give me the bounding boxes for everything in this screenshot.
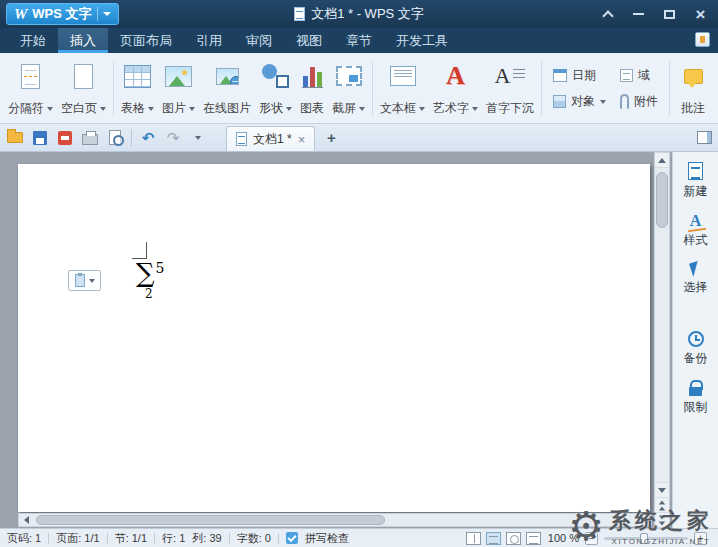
print-button[interactable] [81,128,99,148]
export-pdf-button[interactable] [56,128,74,148]
wordart-icon: A [446,59,465,93]
toolbar-options-button[interactable] [189,128,207,148]
next-page-button[interactable] [655,512,669,527]
wordart-button[interactable]: A 艺术字 [429,56,482,121]
outline-view-button[interactable] [526,532,541,545]
zoom-level[interactable]: 100 % [548,532,579,544]
shapes-button[interactable]: 形状 [255,56,296,121]
paste-options-button[interactable] [68,270,101,291]
vertical-scrollbar[interactable] [654,152,670,528]
text-boundary-corner-mark [132,242,147,259]
zoom-slider-track[interactable] [604,537,688,540]
drop-cap-button[interactable]: A 首字下沉 [482,56,538,121]
styles-icon: A [690,213,702,229]
chevron-down-icon [419,107,425,111]
blank-page-button[interactable]: 空白页 [57,56,110,121]
divider [229,533,230,544]
new-document-icon [688,162,703,180]
tab-review[interactable]: 审阅 [234,28,284,53]
ribbon-tab-bar: 开始 插入 页面布局 引用 审阅 视图 章节 开发工具 [0,28,718,53]
chevron-down-icon [89,279,95,283]
sidebar-item-backup[interactable]: 备份 [684,331,708,367]
tab-view[interactable]: 视图 [284,28,334,53]
close-button[interactable]: × [685,0,716,28]
chart-button[interactable]: 图表 [296,56,328,121]
arrow-down-icon [658,488,666,493]
status-section: 节: 1/1 [115,531,147,546]
web-view-button[interactable] [506,532,521,545]
collapse-ribbon-button[interactable] [592,0,623,28]
sidebar-item-label: 限制 [684,399,708,416]
tab-home[interactable]: 开始 [8,28,58,53]
close-tab-button[interactable]: × [298,133,306,146]
open-file-button[interactable] [6,128,24,148]
select-cursor-icon [689,261,702,277]
online-picture-icon [216,59,239,93]
tab-section[interactable]: 章节 [334,28,384,53]
horizontal-scroll-thumb[interactable] [36,515,385,525]
document-page[interactable]: ∑5 2 [18,164,650,512]
chart-icon [302,59,323,93]
online-picture-button[interactable]: 在线图片 [199,56,255,121]
tab-label: 插入 [70,32,96,50]
sidebar-item-select[interactable]: 选择 [684,262,708,296]
save-button[interactable] [31,128,49,148]
date-button[interactable]: 日期 [553,67,606,84]
tab-references[interactable]: 引用 [184,28,234,53]
zoom-slider-thumb[interactable] [640,533,648,544]
status-line: 行: 1 [162,531,185,546]
horizontal-scrollbar[interactable] [18,513,652,527]
scroll-down-button[interactable] [655,482,669,497]
sidebar-item-restrict[interactable]: 限制 [684,380,708,416]
field-button[interactable]: 域 [620,67,658,84]
vertical-scroll-track[interactable] [655,168,669,482]
picture-button[interactable]: 图片 [158,56,199,121]
vertical-scroll-thumb[interactable] [656,172,668,228]
status-column: 列: 39 [192,531,221,546]
maximize-button[interactable] [654,0,685,28]
screenshot-button[interactable]: 截屏 [328,56,369,121]
undo-button[interactable]: ↶ [139,128,157,148]
tab-page-layout[interactable]: 页面布局 [108,28,184,53]
scroll-up-button[interactable] [655,153,669,168]
skin-icon[interactable] [695,32,710,47]
print-preview-button[interactable] [106,128,124,148]
button-label: 截屏 [332,100,356,117]
tab-insert[interactable]: 插入 [58,28,108,53]
window-title-text: 文档1 * - WPS 文字 [311,5,424,23]
status-word-count[interactable]: 字数: 0 [237,531,271,546]
zoom-in-button[interactable]: + [694,532,707,545]
scroll-left-button[interactable] [19,514,34,526]
double-arrow-down-icon [659,521,665,525]
divider [113,61,114,116]
document-tab[interactable]: 文档1 * × [226,126,315,151]
divider [131,129,132,147]
backup-clock-icon [688,331,704,347]
comment-icon [684,59,703,93]
read-view-button[interactable] [466,532,481,545]
redo-button[interactable]: ↷ [164,128,182,148]
comment-button[interactable]: 批注 [673,56,713,121]
object-button[interactable]: 对象 [553,93,606,110]
new-tab-button[interactable]: + [322,129,340,147]
horizontal-scroll-track[interactable] [34,514,636,526]
attachment-button[interactable]: 附件 [620,93,658,110]
minimize-button[interactable] [623,0,654,28]
table-button[interactable]: 表格 [117,56,158,121]
previous-page-button[interactable] [655,497,669,512]
page-view-button[interactable] [486,532,501,545]
quick-access-toolbar: ↶ ↷ 文档1 * × + [0,124,718,152]
document-area: ∑5 2 新建 A 样式 选择 备份 [0,152,718,528]
spell-check-label[interactable]: 拼写检查 [305,531,349,546]
zoom-out-button[interactable]: − [585,532,598,545]
separator-button[interactable]: 分隔符 [4,56,57,121]
text-box-icon [390,59,416,93]
button-label: 分隔符 [8,100,44,117]
sidebar-item-styles[interactable]: A 样式 [684,213,708,249]
sidebar-item-new[interactable]: 新建 [684,162,708,200]
tab-developer[interactable]: 开发工具 [384,28,460,53]
text-box-button[interactable]: 文本框 [376,56,429,121]
task-pane-toggle-icon[interactable] [697,131,712,144]
equation-object[interactable]: ∑5 2 [136,258,164,288]
scroll-right-button[interactable] [636,514,651,526]
